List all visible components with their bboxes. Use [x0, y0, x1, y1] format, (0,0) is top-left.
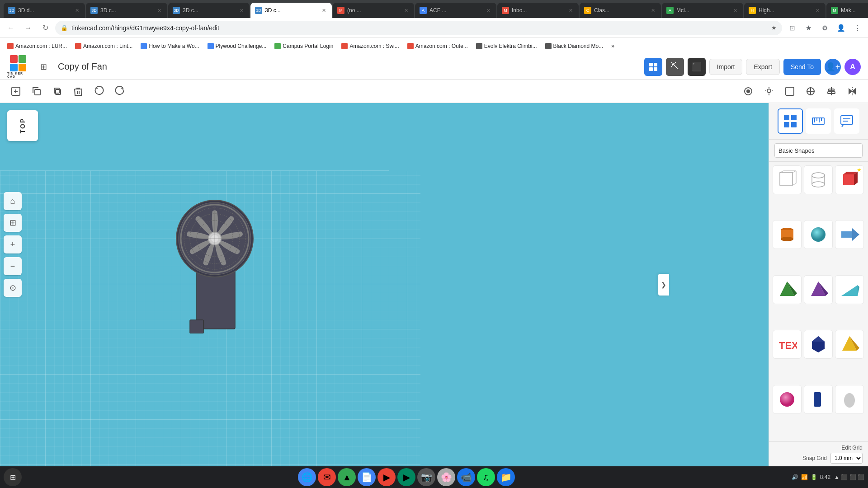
- shape-item[interactable]: [804, 220, 833, 249]
- tab-close-button[interactable]: ✕: [156, 7, 163, 14]
- delete-button[interactable]: [70, 83, 87, 100]
- sendto-button[interactable]: Send To: [783, 59, 821, 75]
- grid-view-icon[interactable]: ⊞: [36, 60, 51, 74]
- grid-view-icon[interactable]: [778, 108, 803, 134]
- shape-item[interactable]: ★: [835, 165, 864, 194]
- tab-close-button[interactable]: ✕: [402, 7, 410, 14]
- shape-item[interactable]: [835, 220, 864, 249]
- profile-button[interactable]: 👤: [834, 21, 848, 35]
- tab-close-button[interactable]: ✕: [649, 7, 656, 14]
- browser-tab[interactable]: H High... ✕: [744, 3, 826, 18]
- zoom-in-button[interactable]: +: [4, 235, 22, 253]
- taskbar-launcher[interactable]: ⊞: [4, 468, 22, 486]
- new-button[interactable]: [7, 83, 24, 100]
- back-button[interactable]: ←: [4, 21, 18, 35]
- duplicate-button[interactable]: [49, 83, 66, 100]
- bookmark-item[interactable]: Campus Portal Login: [271, 40, 337, 52]
- bookmark-item[interactable]: Amazon.com : Lint...: [71, 40, 136, 52]
- shape-item[interactable]: [835, 385, 864, 414]
- taskbar-app-gmail[interactable]: ✉: [318, 468, 336, 486]
- bookmark-item[interactable]: Plywood Challenge...: [204, 40, 270, 52]
- shape-item[interactable]: [804, 330, 833, 359]
- browser-tab[interactable]: 3D 3D c... ✕: [86, 3, 167, 18]
- browser-tab[interactable]: A ACF ... ✕: [415, 3, 496, 18]
- home-view-button[interactable]: ⌂: [4, 192, 22, 210]
- bookmark-item[interactable]: Black Diamond Mo...: [542, 40, 607, 52]
- taskbar-app-files[interactable]: 📁: [497, 468, 515, 486]
- copy-button[interactable]: [28, 83, 45, 100]
- browser-tab[interactable]: M Mak... ✕: [826, 3, 868, 18]
- address-bar[interactable]: 🔒 tinkercad.com/things/dG1mwyee9x4-copy-…: [55, 21, 782, 35]
- ruler-view-icon[interactable]: [806, 108, 831, 134]
- tab-close-button[interactable]: ✕: [485, 7, 492, 14]
- tab-close-button[interactable]: ✕: [567, 7, 574, 14]
- shape-item[interactable]: TEXT: [773, 330, 802, 359]
- taskbar-app-photos[interactable]: 🌸: [437, 468, 455, 486]
- tools-button[interactable]: ⛏: [666, 58, 684, 76]
- fan-model[interactable]: [172, 193, 253, 329]
- tab-close-button[interactable]: ✕: [73, 7, 80, 14]
- fit-view-button[interactable]: ⊞: [4, 214, 22, 232]
- shape-item[interactable]: [804, 275, 833, 304]
- browser-tab[interactable]: C Clas... ✕: [580, 3, 661, 18]
- shapes-category-select[interactable]: Basic Shapes Text & Numbers Connectors S…: [774, 143, 863, 158]
- redo-button[interactable]: [111, 83, 128, 100]
- browser-tab[interactable]: M Inbo... ✕: [497, 3, 579, 18]
- cast-button[interactable]: ⊡: [785, 21, 799, 35]
- canvas-area[interactable]: TOP: [0, 103, 769, 466]
- browser-tab[interactable]: A Mcl... ✕: [662, 3, 743, 18]
- perspective-button[interactable]: ⊙: [4, 279, 22, 297]
- shape-item[interactable]: [773, 220, 802, 249]
- snap-grid-select[interactable]: 1.0 mm 0.5 mm 2.0 mm: [830, 453, 863, 464]
- taskbar-app-docs[interactable]: 📄: [358, 468, 376, 486]
- bookmark-item[interactable]: Amazon.com : LUR...: [4, 40, 71, 52]
- avatar[interactable]: A: [844, 59, 861, 75]
- browser-tab[interactable]: M (no ... ✕: [333, 3, 414, 18]
- reload-button[interactable]: ↻: [38, 21, 52, 35]
- camera-tool[interactable]: [740, 83, 757, 100]
- bookmark-button[interactable]: ★: [801, 21, 816, 35]
- taskbar-app-youtube[interactable]: ▶: [377, 468, 396, 486]
- tab-close-button[interactable]: ✕: [814, 7, 821, 14]
- chat-view-icon[interactable]: [834, 108, 859, 134]
- shape-item[interactable]: [773, 275, 802, 304]
- group-tool[interactable]: [802, 83, 819, 100]
- forward-button[interactable]: →: [21, 21, 35, 35]
- bookmark-more[interactable]: »: [608, 40, 618, 52]
- tab-close-button[interactable]: ✕: [731, 7, 739, 14]
- shape-item[interactable]: [773, 385, 802, 414]
- align-tool[interactable]: [823, 83, 840, 100]
- browser-tab[interactable]: 3D 3D d... ✕: [4, 3, 85, 18]
- shape-item[interactable]: [773, 165, 802, 194]
- shape-item[interactable]: [835, 330, 864, 359]
- taskbar-app-drive[interactable]: ▲: [338, 468, 356, 486]
- import-button[interactable]: Import: [709, 59, 743, 75]
- taskbar-app-camera[interactable]: 📷: [417, 468, 435, 486]
- tab-close-button[interactable]: ✕: [238, 7, 245, 14]
- mirror-tool[interactable]: [844, 83, 861, 100]
- shape-item[interactable]: [804, 385, 833, 414]
- taskbar-app-meet[interactable]: 📹: [457, 468, 475, 486]
- undo-button[interactable]: [90, 83, 108, 100]
- tab-close-button[interactable]: ✕: [320, 7, 327, 14]
- taskbar-app-play[interactable]: ▶: [397, 468, 415, 486]
- light-tool[interactable]: [760, 83, 778, 100]
- view-mode-button[interactable]: [644, 58, 662, 76]
- taskbar-app-chrome[interactable]: 🌐: [298, 468, 316, 486]
- user-add-button[interactable]: 👤+: [825, 59, 841, 75]
- bookmark-item[interactable]: Evolv Elektra Climbi...: [472, 40, 541, 52]
- bookmark-item[interactable]: Amazon.com : Oute...: [404, 40, 472, 52]
- tc-logo[interactable]: TIN KER CAD: [7, 56, 29, 78]
- shape-library-button[interactable]: ⬛: [688, 58, 706, 76]
- taskbar-app-spotify[interactable]: ♫: [477, 468, 495, 486]
- select-tool[interactable]: [781, 83, 798, 100]
- shape-item[interactable]: [835, 275, 864, 304]
- browser-tab[interactable]: 3D 3D c... ✕: [168, 3, 250, 18]
- zoom-out-button[interactable]: −: [4, 257, 22, 275]
- browser-tab[interactable]: 3D 3D c... ✕: [250, 3, 332, 18]
- shape-item[interactable]: [804, 165, 833, 194]
- collapse-panel-button[interactable]: ❯: [658, 274, 669, 296]
- export-button[interactable]: Export: [746, 59, 779, 75]
- bookmark-item[interactable]: Amazon.com : Swi...: [338, 40, 402, 52]
- bookmark-item[interactable]: How to Make a Wo...: [137, 40, 203, 52]
